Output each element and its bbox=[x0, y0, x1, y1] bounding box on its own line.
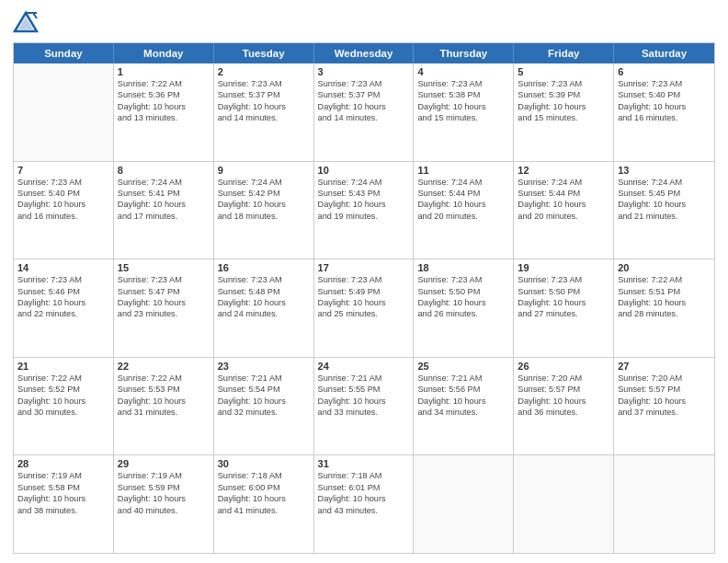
daylight-line-2: and 15 minutes. bbox=[417, 112, 509, 123]
cal-cell: 31Sunrise: 7:18 AMSunset: 6:01 PMDayligh… bbox=[314, 455, 415, 553]
sunrise-line: Sunrise: 7:23 AM bbox=[518, 78, 609, 89]
sunrise-line: Sunrise: 7:21 AM bbox=[417, 373, 509, 384]
daylight-line-1: Daylight: 10 hours bbox=[318, 396, 410, 407]
sunset-line: Sunset: 5:41 PM bbox=[118, 188, 210, 199]
sunrise-line: Sunrise: 7:23 AM bbox=[118, 274, 210, 285]
cal-cell: 15Sunrise: 7:23 AMSunset: 5:47 PMDayligh… bbox=[114, 259, 214, 357]
day-number: 19 bbox=[518, 262, 609, 273]
sunrise-line: Sunrise: 7:23 AM bbox=[218, 78, 310, 89]
daylight-line-1: Daylight: 10 hours bbox=[118, 199, 210, 210]
sunrise-line: Sunrise: 7:24 AM bbox=[118, 177, 210, 188]
sunset-line: Sunset: 5:54 PM bbox=[218, 384, 310, 395]
calendar-header: SundayMondayTuesdayWednesdayThursdayFrid… bbox=[14, 43, 714, 63]
cal-cell: 18Sunrise: 7:23 AMSunset: 5:50 PMDayligh… bbox=[414, 259, 514, 357]
cal-cell: 30Sunrise: 7:18 AMSunset: 6:00 PMDayligh… bbox=[214, 455, 314, 553]
sunrise-line: Sunrise: 7:22 AM bbox=[17, 373, 109, 384]
daylight-line-1: Daylight: 10 hours bbox=[618, 396, 711, 407]
daylight-line-1: Daylight: 10 hours bbox=[218, 396, 310, 407]
cal-cell: 2Sunrise: 7:23 AMSunset: 5:37 PMDaylight… bbox=[214, 63, 314, 161]
daylight-line-2: and 17 minutes. bbox=[118, 211, 210, 222]
cal-header-monday: Monday bbox=[114, 43, 214, 63]
day-number: 21 bbox=[17, 361, 109, 372]
cal-cell: 22Sunrise: 7:22 AMSunset: 5:53 PMDayligh… bbox=[114, 358, 214, 455]
cal-cell: 25Sunrise: 7:21 AMSunset: 5:56 PMDayligh… bbox=[414, 358, 514, 455]
daylight-line-2: and 41 minutes. bbox=[218, 505, 310, 516]
day-number: 26 bbox=[518, 361, 609, 372]
daylight-line-1: Daylight: 10 hours bbox=[417, 101, 509, 112]
sunrise-line: Sunrise: 7:23 AM bbox=[218, 274, 310, 285]
sunset-line: Sunset: 5:40 PM bbox=[17, 188, 109, 199]
cal-cell bbox=[14, 63, 114, 161]
cal-cell bbox=[514, 455, 614, 553]
sunset-line: Sunset: 5:40 PM bbox=[618, 89, 711, 100]
cal-cell: 4Sunrise: 7:23 AMSunset: 5:38 PMDaylight… bbox=[414, 63, 514, 161]
daylight-line-1: Daylight: 10 hours bbox=[417, 396, 509, 407]
sunrise-line: Sunrise: 7:24 AM bbox=[318, 177, 410, 188]
sunset-line: Sunset: 5:50 PM bbox=[518, 286, 609, 297]
daylight-line-2: and 23 minutes. bbox=[118, 308, 210, 319]
day-number: 30 bbox=[218, 458, 310, 469]
daylight-line-1: Daylight: 10 hours bbox=[618, 199, 711, 210]
cal-cell: 11Sunrise: 7:24 AMSunset: 5:44 PMDayligh… bbox=[414, 162, 514, 259]
cal-cell: 6Sunrise: 7:23 AMSunset: 5:40 PMDaylight… bbox=[614, 63, 714, 161]
sunset-line: Sunset: 5:44 PM bbox=[417, 188, 509, 199]
day-number: 23 bbox=[218, 361, 310, 372]
cal-week-1: 1Sunrise: 7:22 AMSunset: 5:36 PMDaylight… bbox=[14, 63, 714, 161]
daylight-line-2: and 32 minutes. bbox=[218, 407, 310, 418]
daylight-line-1: Daylight: 10 hours bbox=[518, 199, 609, 210]
daylight-line-1: Daylight: 10 hours bbox=[318, 101, 410, 112]
sunrise-line: Sunrise: 7:23 AM bbox=[417, 78, 509, 89]
day-number: 7 bbox=[17, 165, 109, 176]
daylight-line-2: and 14 minutes. bbox=[318, 112, 410, 123]
sunrise-line: Sunrise: 7:23 AM bbox=[417, 274, 509, 285]
cal-cell: 14Sunrise: 7:23 AMSunset: 5:46 PMDayligh… bbox=[14, 259, 114, 357]
logo bbox=[13, 9, 42, 35]
day-number: 9 bbox=[218, 165, 310, 176]
header bbox=[13, 9, 715, 35]
sunrise-line: Sunrise: 7:24 AM bbox=[618, 177, 711, 188]
cal-cell bbox=[414, 455, 514, 553]
sunset-line: Sunset: 5:43 PM bbox=[318, 188, 410, 199]
daylight-line-2: and 18 minutes. bbox=[218, 211, 310, 222]
cal-cell: 26Sunrise: 7:20 AMSunset: 5:57 PMDayligh… bbox=[514, 358, 614, 455]
day-number: 22 bbox=[118, 361, 210, 372]
daylight-line-2: and 27 minutes. bbox=[518, 308, 609, 319]
daylight-line-1: Daylight: 10 hours bbox=[518, 396, 609, 407]
cal-header-wednesday: Wednesday bbox=[314, 43, 415, 63]
sunset-line: Sunset: 5:36 PM bbox=[118, 89, 210, 100]
daylight-line-1: Daylight: 10 hours bbox=[17, 297, 109, 308]
daylight-line-1: Daylight: 10 hours bbox=[518, 297, 609, 308]
daylight-line-2: and 40 minutes. bbox=[118, 505, 210, 516]
cal-cell: 19Sunrise: 7:23 AMSunset: 5:50 PMDayligh… bbox=[514, 259, 614, 357]
day-number: 11 bbox=[417, 165, 509, 176]
day-number: 6 bbox=[618, 66, 711, 77]
day-number: 27 bbox=[618, 361, 711, 372]
daylight-line-2: and 38 minutes. bbox=[17, 505, 109, 516]
sunset-line: Sunset: 5:55 PM bbox=[318, 384, 410, 395]
daylight-line-2: and 37 minutes. bbox=[618, 407, 711, 418]
sunrise-line: Sunrise: 7:23 AM bbox=[318, 274, 410, 285]
day-number: 24 bbox=[318, 361, 410, 372]
sunset-line: Sunset: 5:48 PM bbox=[218, 286, 310, 297]
sunrise-line: Sunrise: 7:23 AM bbox=[17, 274, 109, 285]
sunrise-line: Sunrise: 7:24 AM bbox=[417, 177, 509, 188]
sunrise-line: Sunrise: 7:24 AM bbox=[518, 177, 609, 188]
cal-cell: 1Sunrise: 7:22 AMSunset: 5:36 PMDaylight… bbox=[114, 63, 214, 161]
sunrise-line: Sunrise: 7:23 AM bbox=[518, 274, 609, 285]
day-number: 14 bbox=[17, 262, 109, 273]
cal-cell: 9Sunrise: 7:24 AMSunset: 5:42 PMDaylight… bbox=[214, 162, 314, 259]
cal-week-5: 28Sunrise: 7:19 AMSunset: 5:58 PMDayligh… bbox=[14, 454, 714, 553]
cal-cell: 10Sunrise: 7:24 AMSunset: 5:43 PMDayligh… bbox=[314, 162, 415, 259]
daylight-line-1: Daylight: 10 hours bbox=[218, 199, 310, 210]
sunset-line: Sunset: 5:57 PM bbox=[618, 384, 711, 395]
cal-week-4: 21Sunrise: 7:22 AMSunset: 5:52 PMDayligh… bbox=[14, 357, 714, 455]
cal-cell: 7Sunrise: 7:23 AMSunset: 5:40 PMDaylight… bbox=[14, 162, 114, 259]
sunset-line: Sunset: 5:53 PM bbox=[118, 384, 210, 395]
daylight-line-2: and 20 minutes. bbox=[518, 211, 609, 222]
sunset-line: Sunset: 5:58 PM bbox=[17, 482, 109, 493]
daylight-line-1: Daylight: 10 hours bbox=[318, 493, 410, 504]
cal-cell: 8Sunrise: 7:24 AMSunset: 5:41 PMDaylight… bbox=[114, 162, 214, 259]
page: SundayMondayTuesdayWednesdayThursdayFrid… bbox=[0, 0, 728, 563]
cal-header-sunday: Sunday bbox=[14, 43, 114, 63]
daylight-line-2: and 16 minutes. bbox=[618, 112, 711, 123]
